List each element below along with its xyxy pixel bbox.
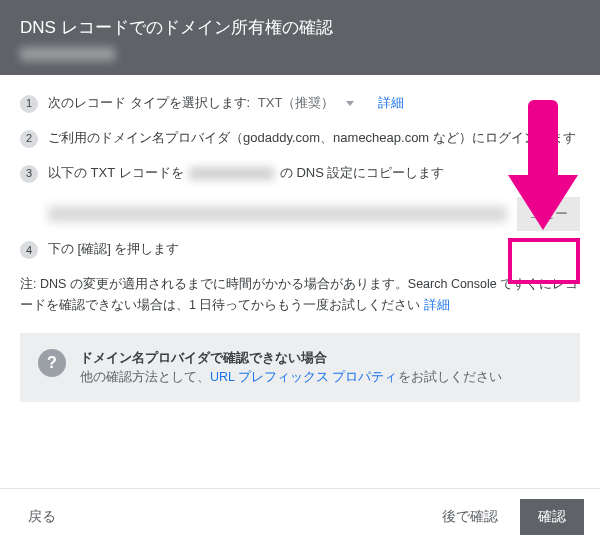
info-body: ドメイン名プロバイダで確認できない場合 他の確認方法として、URL プレフィック… — [80, 349, 562, 386]
step-4: 4 下の [確認] を押します — [20, 239, 580, 260]
dialog-footer: 戻る 後で確認 確認 — [0, 488, 600, 545]
step-number: 3 — [20, 165, 38, 183]
step-2: 2 ご利用のドメイン名プロバイダ（godaddy.com、namecheap.c… — [20, 128, 580, 149]
copy-button[interactable]: コピー — [517, 197, 580, 231]
dialog-content: 1 次のレコード タイプを選択します: TXT（推奨） 詳細 2 ご利用のドメイ… — [0, 75, 600, 402]
step-text: 下の [確認] を押します — [48, 239, 580, 260]
info-text-a: 他の確認方法として、 — [80, 370, 210, 384]
back-button[interactable]: 戻る — [16, 500, 68, 534]
step-3: 3 以下の TXT レコードを の DNS 設定にコピーします — [20, 163, 580, 184]
txt-record-value-blurred — [48, 206, 507, 222]
txt-record-row: コピー — [48, 197, 580, 231]
info-text: 他の確認方法として、URL プレフィックス プロパティをお試しください — [80, 369, 562, 386]
dialog-header: DNS レコードでのドメイン所有権の確認 — [0, 0, 600, 75]
step-text: 以下の TXT レコードを の DNS 設定にコピーします — [48, 163, 580, 184]
domain-name-blurred — [20, 47, 115, 61]
domain-name-blurred — [189, 167, 274, 180]
info-title: ドメイン名プロバイダで確認できない場合 — [80, 349, 562, 367]
later-button[interactable]: 後で確認 — [430, 500, 510, 534]
info-text-b: をお試しください — [398, 370, 502, 384]
record-type-select[interactable]: TXT（推奨） — [258, 93, 335, 114]
chevron-down-icon[interactable] — [346, 101, 354, 106]
step-text: 次のレコード タイプを選択します: TXT（推奨） 詳細 — [48, 93, 580, 114]
step3-suffix: の DNS 設定にコピーします — [280, 165, 445, 180]
step-text: ご利用のドメイン名プロバイダ（godaddy.com、namecheap.com… — [48, 128, 580, 149]
step-1: 1 次のレコード タイプを選択します: TXT（推奨） 詳細 — [20, 93, 580, 114]
dns-note: 注: DNS の変更が適用されるまでに時間がかかる場合があります。Search … — [20, 274, 580, 317]
confirm-button[interactable]: 確認 — [520, 499, 584, 535]
note-text: 注: DNS の変更が適用されるまでに時間がかかる場合があります。Search … — [20, 277, 578, 312]
question-icon: ? — [38, 349, 66, 377]
step-number: 1 — [20, 95, 38, 113]
step1-label: 次のレコード タイプを選択します: — [48, 95, 250, 110]
step-number: 4 — [20, 241, 38, 259]
dialog-title: DNS レコードでのドメイン所有権の確認 — [20, 16, 580, 39]
step-number: 2 — [20, 130, 38, 148]
note-detail-link[interactable]: 詳細 — [424, 298, 450, 312]
url-prefix-link[interactable]: URL プレフィックス プロパティ — [210, 370, 398, 384]
step3-prefix: 以下の TXT レコードを — [48, 165, 184, 180]
detail-link[interactable]: 詳細 — [378, 93, 404, 114]
alternative-info-box: ? ドメイン名プロバイダで確認できない場合 他の確認方法として、URL プレフィ… — [20, 333, 580, 402]
